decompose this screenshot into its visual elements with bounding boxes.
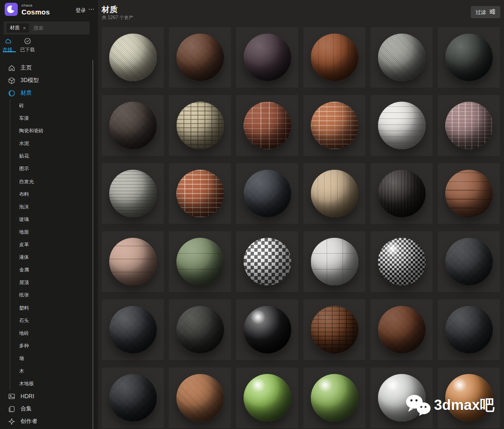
- material-tile-red-rough-brick[interactable]: [236, 95, 298, 156]
- sidebar-item-木[interactable]: 木: [10, 365, 92, 377]
- material-tile-black-textured[interactable]: [102, 367, 164, 428]
- material-sphere-dark-rough-stone: [109, 102, 157, 149]
- material-sphere-pink-wood-planks: [109, 238, 157, 285]
- sidebar-item-水泥[interactable]: 水泥: [10, 137, 92, 150]
- collection-icon: [8, 405, 15, 413]
- material-sphere-brown-wood-planks: [445, 170, 493, 217]
- chip-close-icon[interactable]: ×: [23, 25, 26, 31]
- sidebar-item-泡沫[interactable]: 泡沫: [10, 201, 92, 213]
- sidebar-item-车漆[interactable]: 车漆: [10, 112, 92, 125]
- material-sphere-white-tile-grid: [311, 238, 358, 285]
- sidebar-item-合集[interactable]: 合集: [0, 402, 92, 415]
- sidebar-item-玻璃[interactable]: 玻璃: [10, 213, 92, 226]
- material-tile-black-pebble-leather[interactable]: [438, 299, 500, 360]
- sphere-icon: [8, 90, 15, 97]
- sidebar-item-石头[interactable]: 石头: [10, 314, 92, 327]
- material-tile-sage-green-paint[interactable]: [169, 231, 231, 292]
- sidebar-item-图示[interactable]: 图示: [10, 162, 92, 175]
- sidebar-item-创作者[interactable]: 创作者: [0, 415, 92, 428]
- sidebar-item-地砖[interactable]: 地砖: [10, 327, 92, 339]
- sidebar-item-贴花[interactable]: 贴花: [10, 150, 92, 162]
- material-sphere-cream-leather: [109, 34, 157, 81]
- material-tile-black-crinkle[interactable]: [169, 299, 231, 360]
- material-sphere-brown-crackle-leather: [176, 34, 224, 81]
- sidebar-item-液体[interactable]: 液体: [10, 251, 92, 263]
- sidebar-item-砖[interactable]: 砖: [10, 99, 92, 112]
- sidebar-item-皮革[interactable]: 皮革: [10, 238, 92, 251]
- sidebar-item-金属[interactable]: 金属: [10, 263, 92, 276]
- material-tile-green-ceramic-gloss[interactable]: [303, 367, 365, 428]
- material-tile-black-glossy-wood[interactable]: [371, 163, 433, 224]
- page-title: 材质: [102, 4, 118, 15]
- login-button[interactable]: 登录: [76, 7, 86, 14]
- material-sphere-black-crinkle: [176, 306, 224, 353]
- material-tile-pink-wood-planks[interactable]: [102, 231, 164, 292]
- material-tile-white-painted-brick[interactable]: [371, 95, 433, 156]
- material-sphere-black-crackle-mesh: [244, 170, 291, 217]
- sidebar-item-多种[interactable]: 多种: [10, 339, 92, 352]
- sidebar-item-木地板[interactable]: 木地板: [10, 377, 92, 390]
- sidebar-item-自发光[interactable]: 自发光: [10, 175, 92, 188]
- material-tile-mahogany-wood[interactable]: [303, 27, 365, 88]
- sidebar-item-墙[interactable]: 墙: [10, 352, 92, 365]
- material-tile-black-asphalt[interactable]: [438, 231, 500, 292]
- material-sphere-black-pebble-leather: [445, 306, 493, 353]
- material-tile-aged-purple-brick[interactable]: [438, 95, 500, 156]
- material-tile-jet-black-gloss[interactable]: [236, 299, 298, 360]
- search-filter-chip[interactable]: 材质 ×: [7, 23, 29, 33]
- sidebar-item-3D模型[interactable]: 3D模型: [0, 74, 92, 87]
- material-tile-chrome-checker[interactable]: [236, 231, 298, 292]
- sidebar-item-陶瓷和瓷砖[interactable]: 陶瓷和瓷砖: [10, 125, 92, 137]
- material-sphere-pale-wood: [311, 170, 358, 217]
- cube-icon: [8, 77, 15, 84]
- material-tile-cream-brick[interactable]: [169, 95, 231, 156]
- tab-downloaded-label: 已下载: [20, 47, 35, 53]
- tab-downloaded[interactable]: 已下载: [20, 37, 35, 53]
- sidebar-item-HDRI[interactable]: HDRI: [0, 390, 92, 402]
- filter-button[interactable]: 过滤: [471, 6, 500, 18]
- material-tile-dark-rough-stone[interactable]: [102, 95, 164, 156]
- material-tile-gray-stucco[interactable]: [371, 27, 433, 88]
- material-sphere-white-slate-stack: [109, 170, 157, 217]
- material-tile-black-crackle-mesh[interactable]: [236, 163, 298, 224]
- sidebar-item-屋顶[interactable]: 屋顶: [10, 276, 92, 289]
- material-tile-brown-leather[interactable]: [371, 299, 433, 360]
- material-tile-lime-green-gloss[interactable]: [236, 367, 298, 428]
- sidebar-item-材质[interactable]: 材质: [0, 87, 92, 99]
- material-tile-black-grain-leather[interactable]: [102, 299, 164, 360]
- material-tile-brick-white-mortar[interactable]: [169, 163, 231, 224]
- material-tile-white-slate-stack[interactable]: [102, 163, 164, 224]
- sidebar-item-地面[interactable]: 地面: [10, 226, 92, 238]
- material-sphere-brown-leather: [378, 306, 426, 353]
- material-sphere-red-rough-brick: [244, 102, 291, 149]
- sidebar-scrollbar[interactable]: [92, 60, 93, 429]
- tab-online[interactable]: 在线: [3, 37, 13, 53]
- brand-name-large: Cosmos: [21, 8, 50, 15]
- material-sphere-white-painted-brick: [378, 102, 426, 149]
- sidebar-item-纸张[interactable]: 纸张: [10, 289, 92, 301]
- material-tile-charcoal-smooth[interactable]: [438, 27, 500, 88]
- material-tile-dark-plum-smooth[interactable]: [236, 27, 298, 88]
- active-tab-indicator: [3, 51, 16, 52]
- material-tile-cream-leather[interactable]: [102, 27, 164, 88]
- chip-label: 材质: [10, 25, 20, 31]
- sidebar-item-label: 主页: [21, 64, 32, 72]
- material-sphere-gray-stucco: [378, 34, 426, 81]
- search-input[interactable]: 材质 × 搜索: [4, 21, 90, 35]
- material-tile-carbon-fiber[interactable]: [371, 231, 433, 292]
- material-tile-brown-wood-planks[interactable]: [438, 163, 500, 224]
- material-tile-pale-wood[interactable]: [303, 163, 365, 224]
- material-tile-brown-crackle-leather[interactable]: [169, 27, 231, 88]
- sidebar-item-布料[interactable]: 布料: [10, 188, 92, 201]
- material-tile-terracotta-clay[interactable]: [169, 367, 231, 428]
- material-tile-white-tile-grid[interactable]: [303, 231, 365, 292]
- material-tile-croc-brown-leather[interactable]: [303, 299, 365, 360]
- sidebar: chaos Cosmos 登录 ⋯ 材质 × 搜索 在线: [0, 0, 98, 429]
- material-sphere-chrome-checker: [244, 238, 291, 285]
- more-menu-icon[interactable]: ⋯: [88, 6, 95, 13]
- sidebar-item-主页[interactable]: 主页: [0, 62, 92, 74]
- materials-grid: [102, 27, 500, 428]
- sidebar-item-label: 材质: [21, 89, 32, 97]
- material-tile-orange-brick[interactable]: [303, 95, 365, 156]
- sidebar-item-塑料[interactable]: 塑料: [10, 302, 92, 314]
